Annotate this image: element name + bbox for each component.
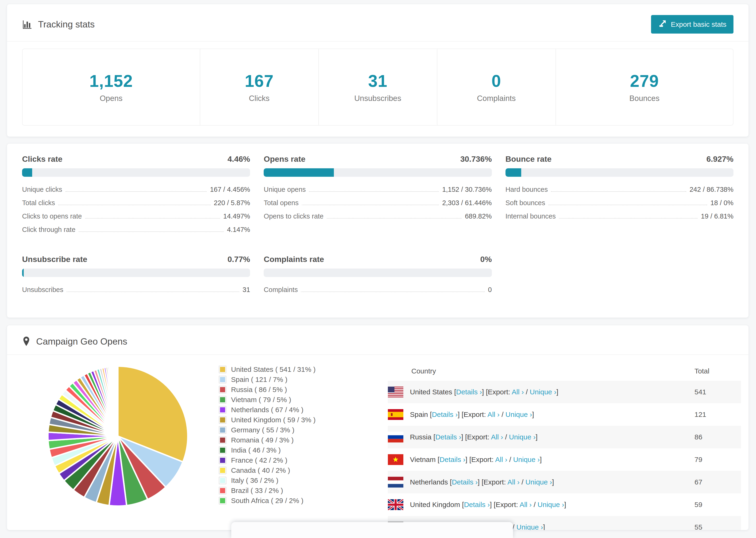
details-link-united-states[interactable]: Details › (456, 388, 482, 396)
rate-progress-fill (22, 168, 32, 177)
total-cell: 55 (694, 523, 702, 530)
export-all-link-united-states[interactable]: All › (512, 388, 524, 396)
legend-swatch (219, 467, 226, 474)
export-unique-link-vietnam[interactable]: Unique › (513, 456, 540, 463)
overview-stat-opens: 1,152Opens (23, 49, 200, 125)
rate-detail-row: Internal bounces19 / 6.81% (506, 213, 733, 220)
table-row-united-kingdom: United Kingdom [Details ›] [Export: All … (388, 493, 741, 516)
legend-label: Romania ( 49 / 3% ) (231, 436, 294, 444)
details-link-vietnam[interactable]: Details › (440, 456, 465, 463)
rate-section-unsubscribe-rate: Unsubscribe rate0.77%Unsubscribes31 (22, 255, 250, 300)
legend-label: India ( 46 / 3% ) (231, 446, 281, 454)
legend-swatch (219, 426, 226, 434)
rate-detail-row: Total opens2,303 / 61.446% (264, 199, 492, 206)
rate-section-header: Opens rate30.736% (264, 154, 492, 164)
legend-item-united-states: United States ( 541 / 31% ) (219, 364, 315, 374)
legend-swatch (219, 386, 226, 394)
details-link-russia[interactable]: Details › (435, 433, 461, 441)
rate-detail-value: 2,303 / 61.446% (442, 199, 492, 206)
stat-value: 167 (244, 71, 274, 91)
legend-label: Brazil ( 33 / 2% ) (231, 487, 283, 495)
details-link-netherlands[interactable]: Details › (452, 478, 477, 486)
rate-detail-row: Complaints0 (264, 286, 492, 293)
country-cell: United Kingdom [Details ›] [Export: All … (410, 501, 566, 509)
export-all-link-united-kingdom[interactable]: All › (519, 501, 532, 509)
country-cell: Spain [Details ›] [Export: All › / Uniqu… (410, 410, 534, 418)
rate-section-title: Clicks rate (22, 154, 63, 164)
rate-detail-rows: Unique clicks167 / 4.456%Total clicks220… (22, 186, 250, 233)
page-title: Tracking stats (38, 19, 95, 29)
tracking-stats-card: Tracking stats Export basic stats 1,152O… (7, 4, 748, 136)
total-cell: 541 (694, 388, 706, 396)
rate-detail-value: 220 / 5.87% (214, 199, 250, 206)
flag-icon-us (388, 387, 404, 398)
rate-section-value: 0% (480, 255, 492, 264)
rate-detail-label: Unique clicks (22, 186, 62, 193)
legend-label: United States ( 541 / 31% ) (231, 365, 315, 373)
country-cell: United States [Details ›] [Export: All ›… (410, 388, 558, 396)
rate-section-header: Complaints rate0% (264, 255, 492, 264)
legend-item-romania: Romania ( 49 / 3% ) (219, 435, 315, 445)
export-unique-link-united-states[interactable]: Unique › (530, 388, 556, 396)
rate-detail-label: Click through rate (22, 226, 75, 233)
rate-detail-row: Opens to clicks rate689.82% (264, 213, 492, 220)
rate-detail-row: Unique clicks167 / 4.456% (22, 186, 250, 193)
export-all-link-vietnam[interactable]: All › (495, 456, 507, 463)
table-row-united-states: United States [Details ›] [Export: All ›… (388, 381, 741, 403)
rate-detail-label: Total clicks (22, 199, 55, 206)
dotted-leader (327, 218, 461, 219)
export-all-link-spain[interactable]: All › (487, 410, 500, 418)
rate-detail-value: 0 (488, 286, 492, 293)
rate-detail-row: Soft bounces18 / 0% (506, 199, 733, 206)
rate-section-value: 0.77% (228, 255, 250, 264)
country-cell: Netherlands [Details ›] [Export: All › /… (410, 478, 554, 486)
rate-detail-value: 167 / 4.456% (210, 186, 250, 193)
export-unique-link-spain[interactable]: Unique › (506, 410, 532, 418)
export-unique-link-netherlands[interactable]: Unique › (525, 478, 552, 486)
legend-item-italy: Italy ( 36 / 2% ) (219, 475, 315, 485)
rate-section-value: 4.46% (228, 154, 250, 164)
legend-label: Italy ( 36 / 2% ) (231, 476, 279, 484)
rate-detail-value: 242 / 86.738% (689, 186, 733, 193)
legend-swatch (219, 487, 226, 494)
stat-value: 279 (630, 71, 659, 91)
table-row-russia: Russia [Details ›] [Export: All › / Uniq… (388, 426, 741, 448)
rate-section-title: Opens rate (264, 154, 305, 164)
stat-value: 0 (491, 71, 501, 91)
rate-detail-label: Total opens (264, 199, 298, 206)
legend-label: France ( 42 / 2% ) (231, 456, 287, 464)
column-header-total: Total (694, 367, 709, 375)
rate-detail-rows: Hard bounces242 / 86.738%Soft bounces18 … (506, 186, 733, 220)
dotted-leader (302, 205, 439, 205)
rates-card: Clicks rate4.46%Unique clicks167 / 4.456… (7, 144, 748, 318)
details-link-united-kingdom[interactable]: Details › (464, 501, 490, 509)
legend-swatch (219, 376, 226, 383)
rate-section-title: Bounce rate (506, 154, 552, 164)
legend-item-france: France ( 42 / 2% ) (219, 455, 315, 465)
export-unique-link-united-kingdom[interactable]: Unique › (538, 501, 564, 509)
export-all-link-russia[interactable]: All › (491, 433, 503, 441)
export-basic-stats-button[interactable]: Export basic stats (651, 15, 733, 33)
export-unique-link-russia[interactable]: Unique › (509, 433, 536, 441)
dotted-leader (301, 292, 485, 292)
dotted-leader (79, 232, 224, 232)
rate-section-header: Clicks rate4.46% (22, 154, 250, 164)
rate-detail-label: Opens to clicks rate (264, 213, 324, 220)
details-link-spain[interactable]: Details › (432, 410, 458, 418)
rate-section-value: 30.736% (460, 154, 492, 164)
dotted-leader (309, 191, 439, 192)
stat-value: 31 (368, 71, 387, 91)
legend-item-germany: Germany ( 55 / 3% ) (219, 425, 315, 435)
overview-stat-clicks: 167Clicks (200, 49, 318, 125)
flag-icon-vn (388, 454, 404, 465)
legend-swatch (219, 366, 226, 373)
rate-progress-track (264, 168, 492, 177)
legend-swatch (219, 447, 226, 454)
country-cell: Vietnam [Details ›] [Export: All › / Uni… (410, 456, 542, 463)
rate-detail-label: Complaints (264, 286, 298, 293)
table-row-netherlands: Netherlands [Details ›] [Export: All › /… (388, 471, 741, 493)
export-all-link-netherlands[interactable]: All › (507, 478, 519, 486)
rate-section-header: Unsubscribe rate0.77% (22, 255, 250, 264)
export-unique-link-germany[interactable]: Unique › (516, 523, 543, 530)
rate-detail-row: Click through rate4.147% (22, 226, 250, 233)
